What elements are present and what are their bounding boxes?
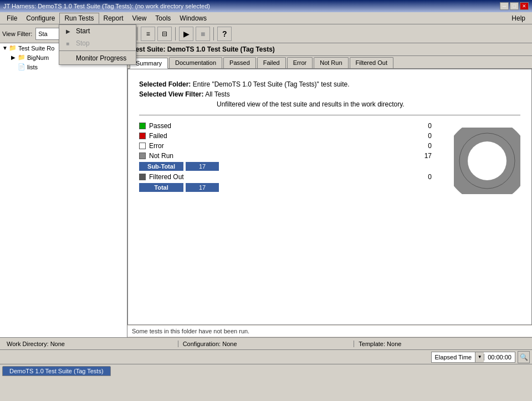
error-color-box [139, 143, 146, 149]
status-message-text: Some tests in this folder have not been … [132, 328, 249, 334]
passed-label: Passed [149, 122, 415, 130]
tree-label-lists: lists [27, 64, 38, 70]
view-filter-desc-row: Unfiltered view of the test suite and re… [139, 100, 520, 108]
selected-folder-value: Entire "DemoTS 1.0 Test Suite (Tag Tests… [193, 80, 350, 88]
result-row-filtered-out: Filtered Out 0 [139, 173, 432, 181]
error-value: 0 [415, 142, 432, 150]
template-section: Template: None [354, 341, 530, 347]
tree-label-root: Test Suite Ro [18, 45, 54, 52]
status-bar: Work Directory: None Configuration: None… [0, 337, 532, 349]
passed-value: 0 [415, 122, 432, 130]
expand-icon: ▼ [2, 45, 9, 51]
selected-folder-row: Selected Folder: Entire "DemoTS 1.0 Test… [139, 80, 520, 88]
elapsed-dropdown-btn[interactable]: ▼ [475, 352, 484, 362]
title-bar-controls: ─ □ ✕ [500, 2, 529, 10]
menu-configure[interactable]: Configure [22, 13, 59, 23]
menu-report[interactable]: Report [99, 13, 128, 23]
work-directory-section: Work Directory: None [2, 341, 178, 347]
tabs: Summary Documentation Passed Failed Erro… [127, 56, 532, 69]
menu-tools[interactable]: Tools [151, 13, 175, 23]
view-filter-description: Unfiltered view of the test suite and re… [217, 100, 405, 108]
result-row-not-run: Not Run 17 [139, 152, 432, 160]
tab-documentation[interactable]: Documentation [169, 57, 222, 68]
tree-view-button[interactable]: ⊟ [157, 27, 172, 41]
menu-item-start[interactable]: ▶ Start [59, 25, 136, 37]
configuration-section: Configuration: None [178, 341, 355, 347]
elapsed-value: 00:00:00 [484, 354, 515, 361]
total-label: Total [139, 183, 183, 192]
play-button[interactable]: ▶ [179, 27, 193, 41]
stop-button[interactable]: ■ [196, 27, 210, 41]
panel-header-text: Test Suite: DemoTS 1.0 Test Suite (Tag T… [132, 45, 275, 53]
expand-icon-lists [11, 64, 18, 70]
tab-passed[interactable]: Passed [223, 57, 256, 68]
menu-file[interactable]: File [2, 13, 22, 23]
total-value: 17 [186, 183, 219, 192]
panel-header: Test Suite: DemoTS 1.0 Test Suite (Tag T… [127, 43, 532, 56]
not-run-color-box [139, 153, 146, 159]
maximize-button[interactable]: □ [510, 2, 519, 10]
toolbar-separator-2 [175, 27, 176, 40]
passed-color-box [139, 123, 146, 129]
toolbar-separator-3 [213, 27, 214, 40]
minimize-button[interactable]: ─ [500, 2, 509, 10]
run-tests-dropdown: ▶ Start ■ Stop Monitor Progress [59, 24, 136, 65]
pie-chart [454, 128, 520, 194]
result-row-failed: Failed 0 [139, 132, 432, 140]
failed-color-box [139, 133, 146, 139]
filtered-out-value: 0 [415, 173, 432, 181]
tab-error[interactable]: Error [287, 57, 313, 68]
template-text: Template: None [359, 341, 401, 347]
left-panel: ▼ 📁 Test Suite Ro ▶ 📁 BigNum 📄 lists [0, 43, 127, 337]
elapsed-time-combo[interactable]: Elapsed Time ▼ 00:00:00 [431, 352, 515, 363]
right-panel: Test Suite: DemoTS 1.0 Test Suite (Tag T… [127, 43, 532, 337]
result-row-total: Total 17 [139, 183, 432, 192]
work-directory-text: Work Directory: None [7, 341, 65, 347]
result-row-passed: Passed 0 [139, 122, 432, 130]
selected-folder-label: Selected Folder: [139, 80, 191, 88]
failed-label: Failed [149, 132, 415, 140]
close-button[interactable]: ✕ [520, 2, 529, 10]
menu-run-tests[interactable]: Run Tests [59, 13, 99, 24]
menu-help[interactable]: Help [507, 13, 530, 23]
summary-divider [139, 115, 520, 115]
list-view-button[interactable]: ≡ [141, 27, 155, 41]
configuration-text: Configuration: None [183, 341, 237, 347]
search-button[interactable]: 🔍 [518, 351, 530, 363]
expand-icon-bignum: ▶ [11, 54, 18, 60]
svg-point-1 [468, 141, 507, 180]
bottom-tab-strip: DemoTS 1.0 Test Suite (Tag Tests) [0, 364, 532, 377]
bottom-tab-demots[interactable]: DemoTS 1.0 Test Suite (Tag Tests) [2, 366, 111, 376]
menu-view[interactable]: View [128, 13, 151, 23]
results-left: Passed 0 Failed 0 Error 0 [139, 122, 432, 200]
title-bar-text: JT Harness: DemoTS 1.0 Test Suite (Tag T… [3, 3, 210, 9]
toolbar-separator-1 [137, 27, 137, 40]
file-icon-lists: 📄 [18, 63, 25, 70]
not-run-value: 17 [415, 152, 432, 160]
menu-bar: File Configure Run Tests Report View Too… [0, 12, 532, 24]
menu-item-stop: ■ Stop [59, 37, 136, 49]
selected-view-filter-label: Selected View Filter: [139, 90, 204, 98]
menu-item-monitor-progress[interactable]: Monitor Progress [59, 52, 136, 64]
tab-failed[interactable]: Failed [257, 57, 286, 68]
status-message: Some tests in this folder have not been … [127, 325, 532, 337]
selected-view-filter-row: Selected View Filter: All Tests [139, 90, 520, 98]
subtotal-label: Sub-Total [139, 162, 183, 171]
folder-icon-bignum: 📁 [18, 54, 25, 61]
bottom-bar: Elapsed Time ▼ 00:00:00 🔍 [0, 349, 532, 364]
menu-windows[interactable]: Windows [175, 13, 211, 23]
tab-not-run[interactable]: Not Run [314, 57, 348, 68]
content-area: Selected Folder: Entire "DemoTS 1.0 Test… [127, 69, 532, 325]
view-filter-label: View Filter: [2, 31, 32, 37]
help-button[interactable]: ? [217, 27, 232, 41]
dropdown-separator [59, 50, 136, 51]
result-row-subtotal: Sub-Total 17 [139, 162, 432, 171]
filtered-out-label: Filtered Out [149, 173, 415, 181]
failed-value: 0 [415, 132, 432, 140]
tree-label-bignum: BigNum [27, 54, 49, 61]
main-layout: ▼ 📁 Test Suite Ro ▶ 📁 BigNum 📄 lists Tes… [0, 43, 532, 337]
folder-icon: 📁 [9, 44, 17, 52]
subtotal-value: 17 [186, 162, 219, 171]
tab-filtered-out[interactable]: Filtered Out [350, 57, 393, 68]
result-row-error: Error 0 [139, 142, 432, 150]
